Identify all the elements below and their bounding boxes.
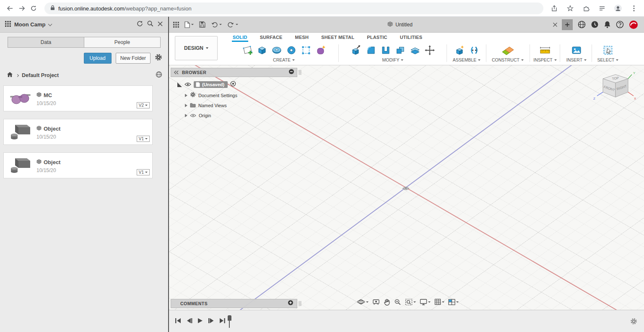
- create-form-icon[interactable]: [315, 45, 326, 56]
- tab-data[interactable]: Data: [8, 37, 84, 47]
- tree-node-document-settings[interactable]: Document Settings: [185, 91, 237, 100]
- origin-marker[interactable]: [402, 185, 410, 193]
- root-component-chip[interactable]: (Unsaved): [194, 81, 228, 88]
- minimize-circle-icon[interactable]: [288, 69, 294, 76]
- url-bar[interactable]: fusion.online.autodesk.com/webapp?app_na…: [44, 3, 543, 14]
- upload-button[interactable]: Upload: [84, 53, 112, 64]
- tab-solid[interactable]: SOLID: [232, 33, 248, 42]
- pan-hand-icon[interactable]: [384, 299, 390, 306]
- hole-icon[interactable]: [286, 45, 297, 56]
- move-icon[interactable]: [424, 45, 435, 56]
- undo-icon[interactable]: [211, 22, 222, 28]
- timeline-skip-start-icon[interactable]: [175, 318, 181, 324]
- reading-list-icon[interactable]: [596, 3, 608, 14]
- view-cube[interactable]: TOP FRONT RIGHT Y X Z: [591, 69, 637, 113]
- timeline-step-back-icon[interactable]: [186, 318, 192, 324]
- browser-panel-header[interactable]: BROWSER: [171, 68, 297, 77]
- online-status-icon[interactable]: [578, 21, 586, 28]
- revolve-icon[interactable]: [271, 45, 282, 56]
- visibility-eye-icon[interactable]: [184, 81, 191, 88]
- chevron-down-icon[interactable]: [48, 22, 52, 26]
- file-menu-icon[interactable]: [184, 21, 194, 28]
- tree-root-row[interactable]: (Unsaved): [177, 80, 236, 89]
- list-item-object-1[interactable]: Object 10/15/20 V1: [3, 119, 153, 145]
- new-document-button[interactable]: [562, 19, 573, 30]
- tree-node-named-views[interactable]: Named Views: [185, 101, 227, 110]
- settings-gear-icon[interactable]: [155, 54, 162, 63]
- assemble-dropdown[interactable]: ASSEMBLE: [449, 57, 484, 62]
- project-title[interactable]: Moon Camp: [14, 21, 45, 28]
- refresh-icon[interactable]: [136, 20, 143, 29]
- joint-icon[interactable]: [469, 45, 480, 56]
- timeline-skip-end-icon[interactable]: [219, 318, 226, 324]
- web-globe-icon[interactable]: [156, 71, 162, 80]
- breadcrumb-project[interactable]: Default Project: [22, 72, 59, 78]
- extensions-icon[interactable]: [580, 3, 592, 14]
- zoom-icon[interactable]: [394, 299, 401, 306]
- insert-image-icon[interactable]: [571, 45, 582, 56]
- version-badge[interactable]: V1: [137, 136, 150, 142]
- comments-bar[interactable]: COMMENTS: [171, 299, 297, 308]
- home-icon[interactable]: [7, 72, 13, 79]
- grid-settings-icon[interactable]: [434, 299, 444, 305]
- save-icon[interactable]: [199, 21, 205, 28]
- combine-icon[interactable]: [395, 45, 406, 56]
- job-status-clock-icon[interactable]: [591, 21, 599, 28]
- browser-fold-icon[interactable]: [177, 82, 182, 87]
- insert-dropdown[interactable]: INSERT: [562, 57, 591, 62]
- tab-people[interactable]: People: [84, 37, 160, 47]
- orbit-icon[interactable]: [357, 298, 369, 306]
- expand-arrow-icon[interactable]: [185, 104, 187, 107]
- tab-plastic[interactable]: PLASTIC: [366, 33, 388, 42]
- display-settings-icon[interactable]: [420, 299, 431, 305]
- select-dropdown[interactable]: SELECT: [594, 57, 622, 62]
- modify-dropdown[interactable]: MODIFY: [341, 57, 445, 62]
- fit-view-icon[interactable]: [405, 299, 416, 306]
- timeline-step-forward-icon[interactable]: [208, 318, 214, 324]
- expand-arrow-icon[interactable]: [185, 94, 187, 97]
- panel-drag-handle[interactable]: [299, 301, 301, 306]
- tab-surface[interactable]: SURFACE: [259, 33, 283, 42]
- timeline-position-marker[interactable]: [227, 315, 231, 329]
- activate-radio-icon[interactable]: [230, 81, 236, 88]
- create-dropdown[interactable]: CREATE: [232, 57, 336, 62]
- close-panel-icon[interactable]: [157, 21, 163, 28]
- document-tab[interactable]: Untitled: [238, 17, 562, 32]
- timeline-settings-gear-icon[interactable]: [630, 318, 637, 327]
- back-button[interactable]: [4, 3, 16, 14]
- version-badge[interactable]: V2: [137, 102, 150, 108]
- tree-node-origin[interactable]: Origin: [185, 111, 211, 120]
- app-grid-icon[interactable]: [173, 22, 179, 28]
- measure-icon[interactable]: [539, 45, 551, 56]
- press-pull-icon[interactable]: [351, 45, 362, 56]
- pattern-icon[interactable]: [301, 45, 312, 56]
- notifications-bell-icon[interactable]: [604, 21, 611, 28]
- profile-avatar-icon[interactable]: [612, 3, 624, 14]
- collapse-chevrons-icon[interactable]: [174, 69, 179, 76]
- workspace-switcher[interactable]: DESIGN: [175, 36, 218, 60]
- user-avatar[interactable]: [629, 20, 638, 29]
- viewports-icon[interactable]: [448, 299, 459, 305]
- construct-dropdown[interactable]: CONSTRUCT: [488, 57, 528, 62]
- forward-button[interactable]: [16, 3, 28, 14]
- select-tool-icon[interactable]: [602, 45, 613, 56]
- viewport-canvas[interactable]: TOP FRONT RIGHT Y X Z BROWSER: [169, 65, 644, 310]
- version-badge[interactable]: V1: [137, 169, 150, 175]
- close-document-icon[interactable]: [553, 21, 558, 29]
- redo-icon[interactable]: [227, 22, 238, 28]
- shell-icon[interactable]: [380, 45, 391, 56]
- share-icon[interactable]: [548, 3, 560, 14]
- fillet-icon[interactable]: [366, 45, 377, 56]
- tab-utilities[interactable]: UTILITIES: [399, 33, 423, 42]
- inspect-dropdown[interactable]: INSPECT: [531, 57, 559, 62]
- add-comment-icon[interactable]: [288, 300, 293, 307]
- tab-mesh[interactable]: MESH: [294, 33, 310, 42]
- search-icon[interactable]: [147, 20, 154, 29]
- tab-sheet-metal[interactable]: SHEET METAL: [320, 33, 355, 42]
- create-sketch-icon[interactable]: [242, 45, 253, 56]
- construct-plane-icon[interactable]: [501, 45, 514, 56]
- expand-arrow-icon[interactable]: [185, 114, 187, 117]
- look-at-icon[interactable]: [372, 299, 380, 305]
- menu-dots-icon[interactable]: [628, 3, 640, 14]
- bookmark-star-icon[interactable]: [564, 3, 576, 14]
